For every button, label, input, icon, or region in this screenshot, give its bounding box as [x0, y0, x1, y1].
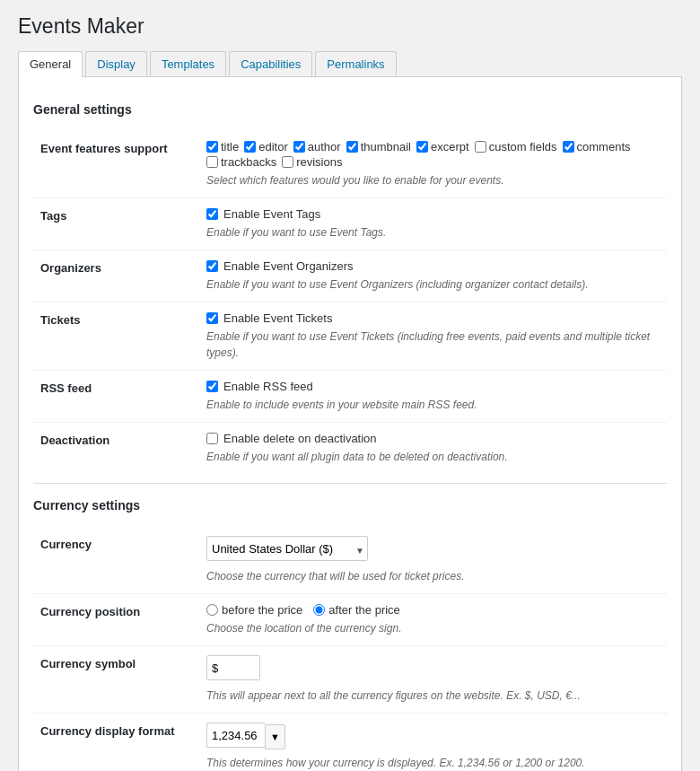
label-tags: Tags	[33, 198, 199, 250]
cell-currency-position: before the price after the price Choose …	[199, 594, 667, 646]
general-section-title: General settings	[33, 102, 667, 117]
checkbox-tickets[interactable]	[206, 312, 218, 324]
tab-display[interactable]: Display	[85, 51, 147, 76]
radio-label-before: before the price	[222, 603, 302, 617]
currency-settings-table: Currency United States Dollar ($) Euro (…	[33, 527, 667, 771]
label-currency-display-format: Currency display format	[33, 714, 199, 772]
desc-currency-position: Choose the location of the currency sign…	[206, 620, 660, 636]
feature-thumbnail: thumbnail	[346, 140, 411, 153]
tickets-checkbox-row: Enable Event Tickets	[206, 311, 660, 325]
feature-excerpt: excerpt	[416, 140, 469, 153]
cell-organizers: Enable Event Organizers Enable if you wa…	[199, 250, 667, 302]
cell-currency: United States Dollar ($) Euro (€) Britis…	[199, 527, 667, 594]
feature-author: author	[293, 140, 341, 153]
row-event-features: Event features support title editor auth…	[33, 131, 667, 198]
deactivation-checkbox-row: Enable delete on deactivation	[206, 432, 660, 445]
label-tickets: Tickets	[33, 302, 199, 371]
desc-deactivation: Enable if you want all plugin data to be…	[206, 449, 660, 465]
currency-symbol-input[interactable]	[206, 655, 260, 680]
checkbox-author[interactable]	[293, 141, 305, 153]
row-tickets: Tickets Enable Event Tickets Enable if y…	[33, 302, 667, 371]
format-select-wrapper: ▼	[206, 723, 285, 751]
feature-trackbacks: trackbacks	[206, 155, 276, 169]
desc-currency-symbol: This will appear next to all the currenc…	[206, 688, 660, 704]
feature-editor: editor	[244, 140, 288, 153]
section-divider	[33, 483, 667, 484]
label-deactivation: Deactivation	[33, 423, 199, 475]
label-rss-feed: RSS feed	[33, 371, 199, 423]
label-enable-rss: Enable RSS feed	[223, 380, 313, 393]
feature-comments: comments	[563, 140, 631, 153]
desc-currency: Choose the currency that will be used fo…	[206, 568, 660, 584]
radio-input-after[interactable]	[313, 604, 325, 616]
checkbox-organizers[interactable]	[206, 260, 218, 272]
feature-revisions: revisions	[282, 155, 342, 169]
cell-currency-symbol: This will appear next to all the currenc…	[199, 646, 667, 714]
label-event-features: Event features support	[33, 131, 199, 198]
desc-rss-feed: Enable to include events in your website…	[206, 397, 660, 413]
checkbox-comments[interactable]	[563, 141, 574, 153]
checkbox-editor[interactable]	[244, 141, 256, 153]
label-trackbacks: trackbacks	[221, 155, 276, 169]
features-checkbox-row: title editor author thumbnail	[206, 140, 660, 169]
label-custom-fields: custom fields	[489, 140, 557, 153]
desc-tags: Enable if you want to use Event Tags.	[206, 224, 660, 241]
row-currency-position: Currency position before the price after…	[33, 594, 667, 646]
desc-organizers: Enable if you want to use Event Organize…	[206, 276, 660, 293]
feature-custom-fields: custom fields	[475, 140, 557, 153]
cell-currency-display-format: ▼ This determines how your currency is d…	[199, 714, 667, 772]
currency-position-radio-group: before the price after the price	[206, 603, 660, 617]
checkbox-deactivation[interactable]	[206, 433, 218, 444]
row-currency: Currency United States Dollar ($) Euro (…	[33, 527, 667, 594]
radio-before-price: before the price	[206, 603, 302, 617]
label-excerpt: excerpt	[431, 140, 469, 153]
label-currency-position: Currency position	[33, 594, 199, 646]
label-comments: comments	[577, 140, 631, 153]
tab-general[interactable]: General	[18, 51, 83, 77]
currency-select[interactable]: United States Dollar ($) Euro (€) Britis…	[206, 536, 368, 561]
content-area: General settings Event features support …	[18, 77, 682, 771]
tab-capabilities[interactable]: Capabilities	[229, 51, 312, 76]
tags-checkbox-row: Enable Event Tags	[206, 207, 660, 221]
radio-input-before[interactable]	[206, 604, 218, 616]
currency-format-input[interactable]	[206, 723, 265, 748]
tabs-nav: General Display Templates Capabilities P…	[18, 51, 682, 77]
tab-templates[interactable]: Templates	[150, 51, 226, 76]
currency-section-title: Currency settings	[33, 498, 667, 513]
label-currency: Currency	[33, 527, 199, 594]
checkbox-excerpt[interactable]	[416, 141, 428, 153]
checkbox-custom-fields[interactable]	[475, 141, 486, 153]
row-tags: Tags Enable Event Tags Enable if you wan…	[33, 198, 667, 250]
checkbox-trackbacks[interactable]	[206, 156, 218, 168]
label-revisions: revisions	[296, 155, 342, 169]
label-author: author	[308, 140, 341, 153]
label-editor: editor	[258, 140, 288, 153]
label-enable-tags: Enable Event Tags	[223, 207, 320, 221]
desc-currency-display-format: This determines how your currency is dis…	[206, 755, 660, 771]
radio-label-after: after the price	[328, 603, 400, 617]
tab-permalinks[interactable]: Permalinks	[315, 51, 396, 76]
label-enable-tickets: Enable Event Tickets	[223, 311, 332, 325]
desc-tickets: Enable if you want to use Event Tickets …	[206, 329, 660, 361]
label-currency-symbol: Currency symbol	[33, 646, 199, 714]
label-enable-deactivation: Enable delete on deactivation	[223, 432, 377, 445]
currency-format-dropdown-btn[interactable]: ▼	[265, 724, 285, 749]
label-organizers: Organizers	[33, 250, 199, 302]
checkbox-tags[interactable]	[206, 208, 218, 220]
label-enable-organizers: Enable Event Organizers	[223, 259, 354, 273]
checkbox-thumbnail[interactable]	[346, 141, 358, 153]
label-thumbnail: thumbnail	[361, 140, 411, 153]
row-organizers: Organizers Enable Event Organizers Enabl…	[33, 250, 667, 302]
cell-event-features: title editor author thumbnail	[199, 131, 667, 198]
desc-event-features: Select which features would you like to …	[206, 172, 660, 188]
checkbox-revisions[interactable]	[282, 156, 293, 168]
row-rss-feed: RSS feed Enable RSS feed Enable to inclu…	[33, 371, 667, 423]
checkbox-title[interactable]	[206, 141, 218, 153]
cell-rss-feed: Enable RSS feed Enable to include events…	[199, 371, 667, 423]
cell-tickets: Enable Event Tickets Enable if you want …	[199, 302, 667, 371]
checkbox-rss-feed[interactable]	[206, 381, 218, 392]
rss-checkbox-row: Enable RSS feed	[206, 380, 660, 393]
radio-after-price: after the price	[313, 603, 400, 617]
organizers-checkbox-row: Enable Event Organizers	[206, 259, 660, 273]
currency-select-wrapper: United States Dollar ($) Euro (€) Britis…	[206, 536, 368, 565]
